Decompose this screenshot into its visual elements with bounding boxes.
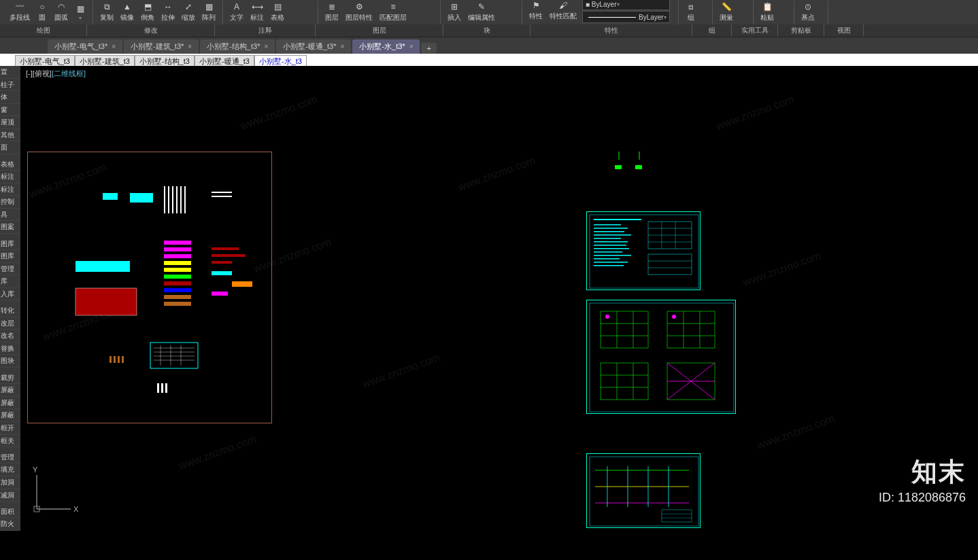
panel-layers[interactable]: 图层	[316, 24, 443, 37]
side-tool-item[interactable]: 表格	[0, 158, 20, 171]
side-tool-item[interactable]: 图库	[0, 250, 20, 263]
side-tool-item[interactable]: 其他	[0, 129, 20, 142]
layout-tab-active[interactable]: 小别墅-水_t3	[254, 55, 307, 66]
side-tool-item[interactable]: 标注	[0, 171, 20, 183]
panel-draw[interactable]: 绘图	[0, 24, 87, 37]
side-tool-item[interactable]: 填充	[0, 463, 20, 476]
svg-rect-19	[164, 281, 191, 285]
side-tool-item[interactable]: 减洞	[0, 489, 20, 502]
draw-more-button[interactable]: ▦▾	[73, 3, 87, 22]
side-tool-item[interactable]: 入库	[0, 288, 20, 301]
side-tool-item[interactable]: 图库	[0, 238, 20, 251]
side-tool-item[interactable]: 裁剪	[0, 372, 20, 385]
file-tab[interactable]: 小别墅-暖通_t3*×	[276, 39, 351, 54]
panel-view[interactable]: 视图	[824, 24, 864, 37]
svg-rect-40	[122, 356, 124, 363]
base-button[interactable]: ⊙基点	[800, 1, 816, 23]
chamfer-button[interactable]: ⬒倒角	[139, 1, 156, 23]
side-tool-item[interactable]: 标注	[0, 183, 20, 196]
close-icon[interactable]: ×	[264, 43, 268, 50]
side-tool-item[interactable]: 体	[0, 91, 20, 104]
panel-annotate[interactable]: 注释	[215, 24, 316, 37]
scale-button[interactable]: ⤢缩放	[180, 1, 197, 23]
close-icon[interactable]: ×	[188, 43, 192, 50]
side-tool-item[interactable]: 控制	[0, 196, 20, 209]
layer-props-button[interactable]: ⚙图层特性	[344, 1, 374, 23]
svg-text:X: X	[73, 505, 79, 513]
close-icon[interactable]: ×	[409, 43, 414, 50]
side-tool-item[interactable]: 框关	[0, 435, 20, 448]
text-button[interactable]: A文字	[229, 1, 245, 23]
watermark: www.znzmo.com	[456, 154, 537, 194]
side-tool-item[interactable]: 图案	[0, 221, 20, 234]
side-tool-item[interactable]: 窗	[0, 104, 20, 117]
polyline-button[interactable]: 〰多段线	[8, 1, 31, 23]
side-tool-item[interactable]: 具	[0, 209, 20, 222]
file-tab[interactable]: 小别墅-建筑_t3*×	[124, 39, 199, 54]
side-tool-item[interactable]: 框开	[0, 422, 20, 435]
dimension-button[interactable]: ⟷标注	[249, 1, 265, 23]
layout-tab[interactable]: 小别墅-建筑_t3	[75, 55, 135, 66]
chamfer-icon: ⬒	[142, 1, 153, 12]
close-icon[interactable]: ×	[341, 43, 345, 50]
match-layer-button[interactable]: ≡匹配图层	[378, 1, 408, 23]
add-tab-button[interactable]: +	[421, 43, 436, 54]
panel-clipboard[interactable]: 剪贴板	[778, 24, 824, 37]
side-tool-item[interactable]: 替换	[0, 343, 20, 355]
file-tab-active[interactable]: 小别墅-水_t3*×	[352, 39, 420, 54]
measure-button[interactable]: 📏测量	[718, 1, 735, 23]
panel-groups[interactable]: 组	[692, 24, 732, 37]
circle-button[interactable]: ○圆	[35, 1, 49, 23]
file-tab[interactable]: 小别墅-结构_t3*×	[200, 39, 275, 54]
arc-button[interactable]: ◠圆弧	[53, 1, 69, 23]
side-tool-item[interactable]: 屏蔽	[0, 384, 20, 397]
side-tool-item[interactable]: 转化	[0, 304, 20, 317]
properties-button[interactable]: ⚑特性	[528, 0, 544, 22]
panel-modify[interactable]: 修改	[87, 24, 215, 37]
view-label[interactable]: [-][俯视][二维线框]	[26, 69, 86, 79]
svg-rect-15	[164, 254, 191, 258]
ribbon-panel-labels: 绘图 修改 注释 图层 块 特性 组 实用工具 剪贴板 视图	[0, 24, 978, 37]
insert-button[interactable]: ⊞插入	[446, 1, 462, 23]
side-tool-item[interactable]: 库	[0, 275, 20, 288]
side-tool-item[interactable]: 防火	[0, 518, 20, 531]
layout-tab[interactable]: 小别墅-暖通_t3	[195, 55, 254, 66]
side-tool-item[interactable]: 改层	[0, 317, 20, 330]
side-tool-item[interactable]: 面积	[0, 506, 20, 519]
panel-util[interactable]: 实用工具	[732, 24, 778, 37]
layout-tab[interactable]: 小别墅-结构_t3	[135, 55, 195, 66]
side-tool-item[interactable]: 图块	[0, 355, 20, 368]
edit-attr-button[interactable]: ✎编辑属性	[467, 1, 496, 23]
table-button[interactable]: ▤表格	[269, 1, 286, 23]
mirror-button[interactable]: ▲镜像	[119, 1, 135, 23]
svg-rect-42	[161, 383, 163, 393]
side-tool-item[interactable]: 屏蔽	[0, 397, 20, 410]
panel-block[interactable]: 块	[443, 24, 530, 37]
side-tool-item[interactable]: 管理	[0, 451, 20, 464]
array-button[interactable]: ▦阵列	[201, 1, 217, 23]
sheet-plans	[586, 300, 736, 414]
copy-button[interactable]: ⧉复制	[99, 1, 115, 23]
stretch-button[interactable]: ↔拉伸	[160, 1, 176, 23]
side-tool-item[interactable]: 屋顶	[0, 116, 20, 129]
linetype-bylayer-select[interactable]: ByLayer ▾	[582, 11, 670, 23]
side-tool-item[interactable]: 柱子	[0, 79, 20, 92]
side-tool-item[interactable]: 屏蔽	[0, 409, 20, 422]
side-tool-item[interactable]: 置	[0, 66, 20, 79]
paste-button[interactable]: 📋粘贴	[759, 1, 775, 23]
close-icon[interactable]: ×	[112, 43, 116, 50]
side-tool-item[interactable]: 管理	[0, 263, 20, 276]
side-tool-item[interactable]: 面	[0, 141, 20, 154]
side-tool-item[interactable]: 加洞	[0, 476, 20, 489]
panel-props[interactable]: 特性	[530, 24, 692, 37]
group-button[interactable]: ⧈组	[684, 1, 698, 23]
color-bylayer-select[interactable]: ■ ByLayer ▾	[582, 0, 670, 10]
side-tool-item[interactable]: 改名	[0, 330, 20, 343]
svg-rect-2	[164, 186, 165, 213]
sheet-legend	[27, 152, 272, 423]
layer-button[interactable]: ≣图层	[324, 1, 340, 23]
match-props-button[interactable]: 🖌特性匹配	[548, 0, 578, 22]
layout-tab[interactable]: 小别墅-电气_t3	[15, 55, 75, 66]
drawing-canvas[interactable]: [-][俯视][二维线框] www.znzmo.com www.znzmo.co…	[20, 66, 978, 531]
file-tab[interactable]: 小别墅-电气_t3*×	[48, 39, 122, 54]
